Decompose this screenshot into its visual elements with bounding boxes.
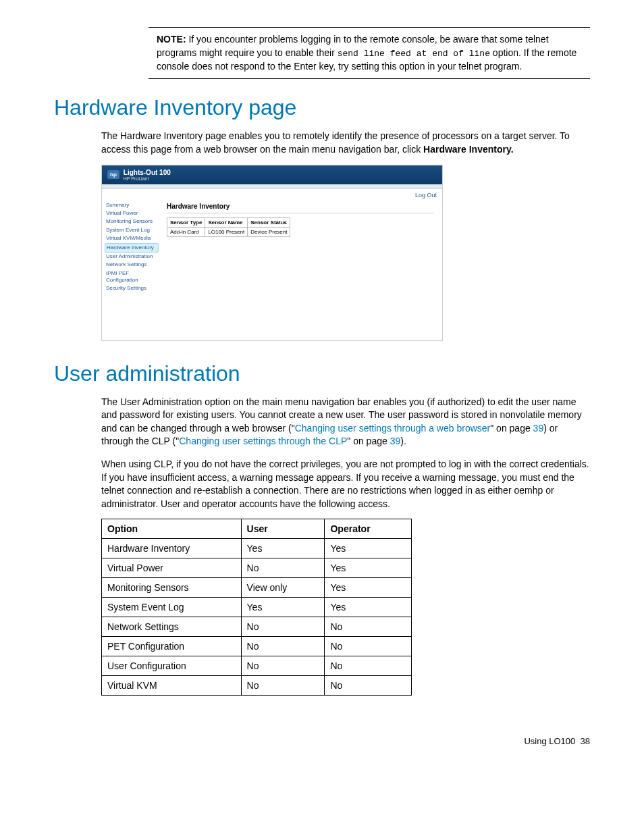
sidebar-item-summary[interactable]: Summary: [105, 201, 159, 209]
inv-td-type: Add-in Card: [167, 227, 205, 236]
sidebar-item-system-event-log[interactable]: System Event Log: [105, 226, 159, 234]
inv-th-status: Sensor Status: [248, 217, 290, 227]
cell: Hardware Inventory: [102, 539, 242, 558]
cell: PET Configuration: [102, 637, 242, 656]
screenshot-sidebar: Summary Virtual Power Monitoring Sensors…: [102, 199, 161, 340]
p1-e: ).: [400, 436, 406, 446]
cell: Monitoring Sensors: [102, 578, 242, 598]
p1-page1[interactable]: 39: [533, 423, 544, 434]
cell: Network Settings: [102, 617, 242, 637]
cell: Virtual KVM: [102, 676, 242, 696]
user-admin-paragraph-2: When using CLP, if you do not have the c…: [101, 458, 590, 511]
sidebar-item-hardware-inventory[interactable]: Hardware Inventory: [105, 243, 159, 253]
cell: No: [325, 656, 412, 676]
cell: Yes: [241, 539, 325, 558]
access-th-user: User: [241, 519, 325, 539]
para-bold: Hardware Inventory.: [423, 144, 514, 155]
hardware-inventory-paragraph: The Hardware Inventory page enables you …: [101, 130, 590, 156]
screenshot-main: Hardware Inventory Sensor Type Sensor Na…: [161, 199, 442, 340]
table-row: Virtual PowerNoYes: [102, 558, 412, 578]
inv-td-name: LO100 Present: [205, 227, 248, 236]
access-th-option: Option: [102, 519, 242, 539]
p1-d: " on page: [347, 436, 390, 446]
table-row: User ConfigurationNoNo: [102, 656, 412, 676]
hp-logo: hp: [107, 170, 119, 179]
inv-th-name: Sensor Name: [205, 217, 248, 227]
note-code: send line feed at end of line: [338, 49, 490, 59]
product-subtitle: HP ProLiant: [124, 176, 171, 181]
cell: System Event Log: [102, 598, 242, 617]
heading-user-administration: User administration: [54, 361, 590, 386]
link-change-browser[interactable]: Changing user settings through a web bro…: [295, 423, 491, 434]
access-table: Option User Operator Hardware InventoryY…: [101, 519, 412, 696]
table-row: System Event LogYesYes: [102, 598, 412, 617]
cell: No: [241, 676, 325, 696]
panel-title: Hardware Inventory: [167, 201, 433, 213]
screenshot-titlebar: hp Lights-Out 100 HP ProLiant: [102, 165, 442, 184]
product-title-block: Lights-Out 100 HP ProLiant: [124, 169, 171, 181]
table-row: Network SettingsNoNo: [102, 617, 412, 637]
cell: Virtual Power: [102, 558, 242, 578]
note-label: NOTE:: [157, 34, 186, 45]
cell: No: [241, 558, 325, 578]
table-row: PET ConfigurationNoNo: [102, 637, 412, 656]
logout-link[interactable]: Log Out: [102, 189, 442, 199]
screenshot-body: Summary Virtual Power Monitoring Sensors…: [102, 199, 442, 340]
product-name: Lights-Out 100: [124, 169, 171, 176]
link-change-clp[interactable]: Changing user settings through the CLP: [179, 436, 347, 446]
sidebar-item-virtual-power[interactable]: Virtual Power: [105, 209, 159, 217]
sidebar-item-security-settings[interactable]: Security Settings: [105, 284, 159, 292]
cell: No: [325, 676, 412, 696]
cell: No: [241, 637, 325, 656]
cell: No: [241, 656, 325, 676]
screenshot: hp Lights-Out 100 HP ProLiant Log Out Su…: [101, 165, 443, 341]
cell: Yes: [325, 578, 412, 598]
cell: Yes: [325, 539, 412, 558]
table-row: Hardware InventoryYesYes: [102, 539, 412, 558]
inv-td-status: Device Present: [248, 227, 290, 236]
cell: Yes: [241, 598, 325, 617]
sidebar-item-virtual-kvm[interactable]: Virtual KVM/Media: [105, 234, 159, 242]
screenshot-toolbar: [102, 184, 442, 189]
cell: No: [241, 617, 325, 637]
access-th-operator: Operator: [325, 519, 412, 539]
sidebar-item-monitoring-sensors[interactable]: Monitoring Sensors: [105, 217, 159, 226]
cell: Yes: [325, 558, 412, 578]
table-row: Virtual KVMNoNo: [102, 676, 412, 696]
user-admin-paragraph-1: The User Administration option on the ma…: [101, 396, 590, 448]
p1-page2[interactable]: 39: [390, 436, 401, 446]
cell: No: [325, 637, 412, 656]
footer-page: 38: [581, 736, 590, 746]
cell: No: [325, 617, 412, 637]
footer: Using LO100 38: [54, 736, 590, 746]
table-row: Monitoring SensorsView onlyYes: [102, 578, 412, 598]
note-box: NOTE: If you encounter problems logging …: [149, 27, 590, 79]
p1-b: " on page: [490, 423, 533, 434]
cell: View only: [241, 578, 325, 598]
inv-th-type: Sensor Type: [167, 217, 205, 227]
sidebar-item-ipmi-pef[interactable]: IPMI PEF Configuration: [105, 269, 159, 285]
cell: User Configuration: [102, 656, 242, 676]
inventory-table: Sensor Type Sensor Name Sensor Status Ad…: [167, 217, 290, 237]
sidebar-item-user-administration[interactable]: User Administration: [105, 253, 159, 261]
sidebar-item-network-settings[interactable]: Network Settings: [105, 261, 159, 269]
heading-hardware-inventory: Hardware Inventory page: [54, 95, 590, 120]
cell: Yes: [325, 598, 412, 617]
footer-text: Using LO100: [524, 736, 575, 746]
